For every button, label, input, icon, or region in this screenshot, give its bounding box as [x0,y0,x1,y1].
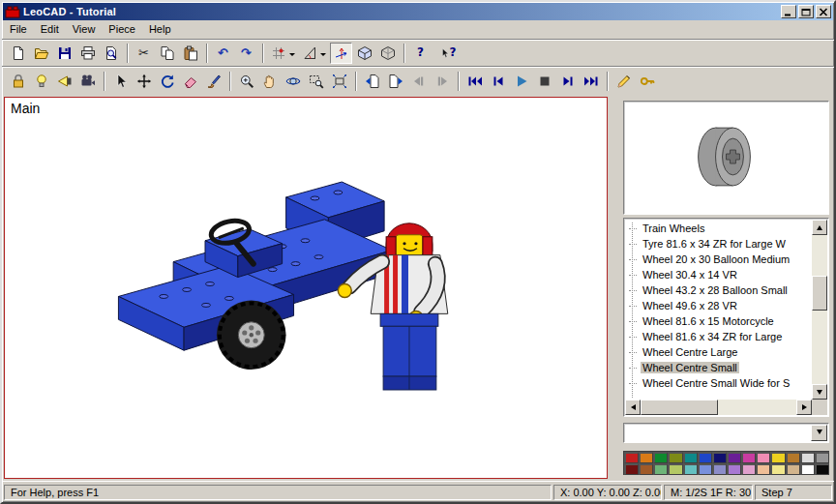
color-swatch[interactable] [727,463,741,475]
first-step-button[interactable] [463,71,486,92]
color-swatch[interactable] [741,452,756,463]
color-swatch[interactable] [800,463,815,475]
print-button[interactable] [76,43,99,64]
color-swatch[interactable] [815,452,829,463]
color-swatch[interactable] [741,463,756,475]
move-tool-button[interactable] [133,71,155,92]
color-swatch[interactable] [770,463,785,475]
color-swatch[interactable] [712,452,727,463]
color-swatch[interactable] [624,452,639,463]
render-solid-button[interactable] [353,43,375,64]
new-button[interactable] [7,43,29,64]
cut-button[interactable]: ✂ [133,43,155,64]
color-swatch[interactable] [683,452,698,463]
piece-item[interactable]: Wheel 20 x 30 Balloon Medium [625,252,812,267]
color-swatch[interactable] [698,463,712,475]
scroll-down-button[interactable] [812,384,827,400]
color-swatch[interactable] [786,452,800,463]
next-piece-button[interactable] [384,71,406,92]
minimize-button[interactable] [781,5,796,18]
stop-button[interactable] [533,71,555,92]
last-step-button[interactable] [580,71,602,92]
snap-axes-button[interactable] [330,43,352,64]
rotate-view-button[interactable] [282,71,304,92]
close-button[interactable] [816,5,831,18]
piece-item[interactable]: Wheel 49.6 x 28 VR [625,298,812,313]
save-button[interactable] [53,43,75,64]
menu-help[interactable]: Help [142,21,178,38]
piece-item-selected[interactable]: Wheel Centre Small [625,360,812,375]
titlebar[interactable]: LeoCAD - Tutorial [3,3,833,20]
horizontal-scrollbar[interactable] [625,400,812,415]
combo-dropdown-button[interactable] [811,425,827,441]
add-key-button[interactable] [636,71,658,92]
piece-preview[interactable] [623,101,829,215]
piece-item[interactable]: Wheel Centre Large [625,344,812,360]
open-button[interactable] [30,43,52,64]
camera-button[interactable] [76,71,99,92]
erase-tool-button[interactable] [179,71,201,92]
snap-move-button[interactable] [268,43,298,64]
piece-item[interactable]: Wheel 30.4 x 14 VR [625,267,812,282]
light-button[interactable] [30,71,52,92]
color-swatch[interactable] [712,463,727,475]
color-swatch[interactable] [668,452,682,463]
color-swatch[interactable] [698,452,712,463]
scroll-up-button[interactable] [812,220,827,235]
viewport-main[interactable]: Main [4,97,608,479]
lock-button[interactable] [7,71,29,92]
previous-step-button[interactable] [487,71,509,92]
paste-button[interactable] [179,43,201,64]
spotlight-button[interactable] [53,71,75,92]
next-step-button[interactable] [556,71,579,92]
color-swatch[interactable] [639,452,653,463]
color-swatch[interactable] [786,463,800,475]
zoom-region-button[interactable] [305,71,327,92]
select-tool-button[interactable] [109,71,132,92]
edit-keys-button[interactable] [612,71,635,92]
play-button[interactable] [510,71,532,92]
rotate-tool-button[interactable] [156,71,178,92]
next-key-button[interactable] [431,71,453,92]
piece-item[interactable]: Tyre 81.6 x 34 ZR for Large W [625,236,812,252]
scrollbar-thumb[interactable] [812,276,827,311]
piece-item[interactable]: Train Wheels [625,221,812,236]
context-help-button[interactable]: ? [433,43,463,64]
pan-tool-button[interactable] [258,71,281,92]
color-swatch[interactable] [756,452,770,463]
color-swatch[interactable] [683,463,698,475]
scrollbar-thumb[interactable] [641,400,718,415]
copy-button[interactable] [156,43,178,64]
color-swatch[interactable] [639,463,653,475]
color-swatch[interactable] [770,452,785,463]
snap-rotate-button[interactable] [299,43,329,64]
previous-piece-button[interactable] [361,71,383,92]
menu-piece[interactable]: Piece [102,21,142,38]
print-preview-button[interactable] [100,43,122,64]
color-swatch[interactable] [756,463,770,475]
color-swatch[interactable] [727,452,741,463]
color-swatch[interactable] [815,463,829,475]
piece-item[interactable]: Wheel 81.6 x 15 Motorcycle [625,313,812,329]
color-swatch[interactable] [653,452,668,463]
redo-button[interactable]: ↷ [235,43,257,64]
maximize-button[interactable] [798,5,814,18]
menu-view[interactable]: View [66,21,103,38]
vertical-scrollbar[interactable] [812,220,827,400]
piece-group-combo[interactable] [623,423,829,443]
help-button[interactable]: ? [409,43,432,64]
paint-tool-button[interactable] [202,71,224,92]
zoom-extents-button[interactable] [328,71,350,92]
menu-edit[interactable]: Edit [34,21,66,38]
scroll-right-button[interactable] [796,400,812,415]
zoom-tool-button[interactable] [235,71,257,92]
piece-item[interactable]: Wheel Centre Small Wide for S [625,375,812,391]
color-swatch[interactable] [624,463,639,475]
undo-button[interactable]: ↶ [212,43,234,64]
piece-item[interactable]: Wheel 43.2 x 28 Balloon Small [625,282,812,298]
color-swatch[interactable] [653,463,668,475]
render-wireframe-button[interactable] [376,43,399,64]
color-swatch[interactable] [668,463,682,475]
color-swatch[interactable] [800,452,815,463]
scroll-left-button[interactable] [625,400,641,415]
